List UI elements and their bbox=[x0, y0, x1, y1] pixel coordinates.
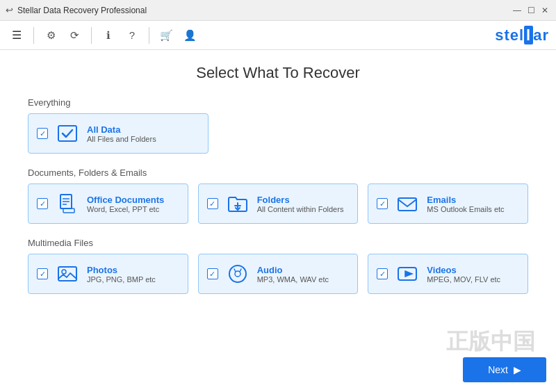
card-videos-subtitle: MPEG, MOV, FLV etc bbox=[427, 275, 500, 284]
card-office-documents-subtitle: Word, Excel, PPT etc bbox=[87, 205, 164, 213]
page-title: Select What To Recover bbox=[28, 64, 528, 82]
card-audio-title: Audio bbox=[257, 265, 329, 275]
title-bar: ↩ Stellar Data Recovery Professional — ☐… bbox=[0, 0, 556, 21]
next-button[interactable]: Next ▶ bbox=[463, 357, 546, 382]
card-videos-checkbox[interactable]: ✓ bbox=[377, 268, 388, 279]
section-everything: Everything ✓ All Data All Files and Fold… bbox=[28, 97, 528, 154]
videos-icon bbox=[395, 261, 420, 286]
brand-logo: stellar bbox=[495, 26, 549, 44]
card-folders-title: Folders bbox=[257, 195, 344, 205]
card-photos[interactable]: ✓ Photos JPG, PNG, BMP etc bbox=[28, 254, 188, 294]
card-emails-checkbox[interactable]: ✓ bbox=[377, 198, 388, 209]
maximize-button[interactable]: ☐ bbox=[525, 5, 537, 16]
card-folders-checkbox[interactable]: ✓ bbox=[207, 198, 218, 209]
all-data-icon bbox=[55, 121, 80, 146]
back-icon[interactable]: ↩ bbox=[6, 5, 13, 15]
card-emails-text: Emails MS Outlook Emails etc bbox=[427, 195, 504, 213]
card-photos-title: Photos bbox=[87, 265, 156, 275]
help-icon[interactable]: ? bbox=[122, 26, 142, 45]
cart-icon[interactable]: 🛒 bbox=[156, 26, 176, 45]
everything-cards-row: ✓ All Data All Files and Folders bbox=[28, 113, 528, 154]
card-photos-text: Photos JPG, PNG, BMP etc bbox=[87, 265, 156, 284]
card-emails[interactable]: ✓ Emails MS Outlook Emails etc bbox=[368, 183, 528, 224]
card-audio[interactable]: ✓ Audio MP3, WMA, WAV etc bbox=[198, 254, 359, 294]
card-emails-title: Emails bbox=[427, 195, 504, 205]
toolbar-separator-2 bbox=[91, 27, 92, 44]
user-icon[interactable]: 👤 bbox=[180, 26, 199, 45]
svg-rect-9 bbox=[58, 267, 76, 281]
section-documents: Documents, Folders & Emails ✓ Office Doc… bbox=[28, 168, 528, 224]
card-all-data-text: All Data All Files and Folders bbox=[87, 124, 156, 143]
refresh-icon[interactable]: ⟳ bbox=[65, 26, 84, 45]
card-audio-text: Audio MP3, WMA, WAV etc bbox=[257, 265, 329, 284]
card-emails-subtitle: MS Outlook Emails etc bbox=[427, 205, 504, 213]
svg-line-14 bbox=[240, 269, 241, 272]
hamburger-menu-icon[interactable]: ☰ bbox=[7, 26, 26, 45]
card-photos-checkbox[interactable]: ✓ bbox=[37, 268, 48, 279]
title-bar-text: Stellar Data Recovery Professional bbox=[17, 6, 147, 15]
card-folders[interactable]: ✓ Folders All Content within Folders bbox=[198, 183, 359, 224]
info-icon[interactable]: ℹ bbox=[99, 26, 118, 45]
close-button[interactable]: ✕ bbox=[539, 5, 550, 16]
watermark: 正版中国 bbox=[446, 327, 535, 357]
office-documents-icon bbox=[55, 191, 80, 216]
multimedia-cards-row: ✓ Photos JPG, PNG, BMP etc ✓ bbox=[28, 254, 528, 294]
card-all-data-checkbox[interactable]: ✓ bbox=[37, 128, 48, 139]
toolbar-separator-3 bbox=[149, 27, 149, 44]
card-office-documents[interactable]: ✓ Office Documents Word, Excel, PPT etc bbox=[28, 183, 188, 224]
next-button-label: Next bbox=[488, 364, 508, 375]
card-videos-text: Videos MPEG, MOV, FLV etc bbox=[427, 265, 500, 284]
minimize-button[interactable]: — bbox=[512, 5, 523, 16]
next-arrow-icon: ▶ bbox=[514, 364, 521, 375]
svg-rect-8 bbox=[398, 198, 416, 211]
section-multimedia: Multimedia Files ✓ Photos JPG, PNG, BMP … bbox=[28, 238, 528, 294]
audio-icon bbox=[225, 261, 250, 286]
svg-marker-16 bbox=[405, 271, 412, 277]
toolbar: ☰ ⚙ ⟳ ℹ ? 🛒 👤 stellar bbox=[0, 21, 556, 50]
documents-cards-row: ✓ Office Documents Word, Excel, PPT etc bbox=[28, 183, 528, 224]
settings-icon[interactable]: ⚙ bbox=[41, 26, 60, 45]
main-content: Select What To Recover Everything ✓ All … bbox=[0, 50, 556, 322]
card-audio-subtitle: MP3, WMA, WAV etc bbox=[257, 275, 329, 284]
svg-line-13 bbox=[234, 269, 236, 272]
section-multimedia-label: Multimedia Files bbox=[28, 238, 528, 248]
toolbar-separator-1 bbox=[33, 27, 34, 44]
section-documents-label: Documents, Folders & Emails bbox=[28, 168, 528, 178]
card-office-documents-text: Office Documents Word, Excel, PPT etc bbox=[87, 195, 164, 213]
window-controls: — ☐ ✕ bbox=[512, 5, 550, 16]
card-all-data[interactable]: ✓ All Data All Files and Folders bbox=[28, 113, 208, 154]
card-videos-title: Videos bbox=[427, 265, 500, 275]
folders-icon bbox=[225, 191, 250, 216]
card-folders-subtitle: All Content within Folders bbox=[257, 205, 344, 213]
svg-rect-0 bbox=[58, 126, 76, 141]
card-videos[interactable]: ✓ Videos MPEG, MOV, FLV etc bbox=[368, 254, 528, 294]
card-office-documents-checkbox[interactable]: ✓ bbox=[37, 198, 48, 209]
card-photos-subtitle: JPG, PNG, BMP etc bbox=[87, 275, 156, 284]
photos-icon bbox=[55, 261, 80, 286]
card-audio-checkbox[interactable]: ✓ bbox=[207, 268, 218, 279]
emails-icon bbox=[395, 191, 420, 216]
svg-point-10 bbox=[62, 270, 66, 274]
card-all-data-subtitle: All Files and Folders bbox=[87, 135, 156, 143]
svg-point-11 bbox=[229, 266, 246, 282]
card-folders-text: Folders All Content within Folders bbox=[257, 195, 344, 213]
section-everything-label: Everything bbox=[28, 97, 528, 108]
card-office-documents-title: Office Documents bbox=[87, 195, 164, 205]
card-all-data-title: All Data bbox=[87, 124, 156, 135]
